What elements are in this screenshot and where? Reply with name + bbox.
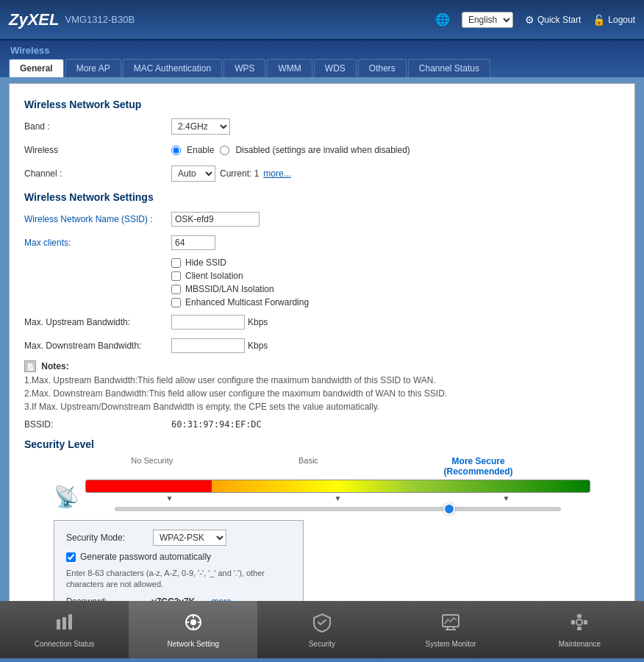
nav-network-setting[interactable]: Network Setting [129, 601, 257, 658]
note1: 1.Max. Upstream Bandwidth:This field all… [24, 374, 620, 387]
wireless-settings-title: Wireless Network Settings [24, 191, 620, 203]
security-mode-label: Security Mode: [66, 533, 147, 543]
gen-pw-label: Generate password automatically [80, 552, 211, 562]
logout-button[interactable]: 🔓 Logout [593, 14, 635, 26]
bottom-nav-items: Connection Status Network Setting [0, 601, 644, 658]
tab-others[interactable]: Others [358, 59, 407, 77]
tab-channel-status[interactable]: Channel Status [408, 59, 490, 77]
logout-icon: 🔓 [593, 14, 605, 26]
gear-icon: ⚙ [525, 14, 534, 26]
system-monitor-icon [440, 612, 461, 637]
svg-rect-13 [577, 614, 582, 618]
wireless-setup-title: Wireless Network Setup [24, 99, 620, 110]
tab-wds[interactable]: WDS [314, 59, 357, 77]
sec-label-more: More Secure (Recommended) [444, 456, 513, 477]
channel-more-link[interactable]: more... [263, 168, 290, 179]
quickstart-label: Quick Start [537, 15, 581, 25]
security-icon [312, 612, 332, 637]
logout-label: Logout [608, 15, 635, 25]
arrow3: ▼ [503, 494, 510, 502]
header-right: 🌐 English ⚙ Quick Start 🔓 Logout [435, 12, 635, 28]
svg-point-4 [190, 619, 196, 625]
arrow1: ▼ [166, 494, 173, 502]
nav-maintenance[interactable]: Maintenance [515, 601, 644, 658]
svg-rect-16 [584, 620, 587, 624]
gradient-bar [85, 480, 590, 493]
client-isolation-checkbox[interactable] [171, 271, 181, 281]
connection-status-icon [54, 612, 75, 637]
nav-system-monitor[interactable]: System Monitor [387, 601, 515, 658]
max-clients-input[interactable] [171, 235, 215, 250]
wireless-enable-radio[interactable] [171, 146, 181, 155]
tab-general[interactable]: General [9, 59, 64, 77]
content-wrapper: Wireless Network Setup Band : 2.4GHz 5GH… [0, 77, 644, 601]
quickstart-button[interactable]: ⚙ Quick Start [525, 14, 581, 26]
nav-bar: Wireless General More AP MAC Authenticat… [0, 40, 644, 77]
slider-thumb[interactable] [443, 503, 455, 515]
ssid-input[interactable] [171, 212, 260, 227]
wireless-title: Wireless [9, 45, 635, 56]
enhanced-multicast-row: Enhanced Multicast Forwarding [171, 297, 309, 307]
ssid-label: Wireless Network Name (SSID) : [24, 214, 171, 224]
bottom-nav: Connection Status Network Setting [0, 601, 644, 658]
svg-rect-14 [577, 627, 582, 630]
channel-row: Channel : Auto 123 Current: 1 more... [24, 165, 620, 182]
system-monitor-label: System Monitor [425, 640, 476, 648]
downstream-input[interactable] [171, 338, 245, 353]
note2: 2.Max. Downstream Bandwidth:This field a… [24, 387, 620, 400]
mbssid-row: MBSSID/LAN Isolation [171, 284, 309, 294]
network-setting-label: Network Setting [168, 640, 220, 648]
max-clients-row: Max clients: [24, 234, 620, 252]
wifi-icon: 📡 [54, 485, 79, 509]
security-popup: Security Mode: WPA2-PSK None WPA-PSK WEP… [54, 520, 304, 601]
gen-pw-row: Generate password automatically [66, 552, 291, 562]
tab-wmm[interactable]: WMM [267, 59, 312, 77]
wireless-disable-label: Disabled (settings are invalid when disa… [235, 145, 409, 155]
hide-ssid-label: Hide SSID [185, 257, 226, 268]
wireless-disable-radio[interactable] [220, 146, 229, 155]
tab-mac-authentication[interactable]: MAC Authentication [123, 59, 222, 77]
svg-rect-0 [57, 619, 60, 630]
mbssid-label: MBSSID/LAN Isolation [185, 284, 274, 294]
security-mode-select[interactable]: WPA2-PSK None WPA-PSK WEP [153, 530, 226, 546]
security-mode-row: Security Mode: WPA2-PSK None WPA-PSK WEP [66, 530, 291, 546]
security-bar-section: No Security Basic More Secure (Recommend… [24, 456, 620, 514]
bssid-label: BSSID: [24, 419, 171, 430]
language-select[interactable]: English [462, 12, 513, 28]
security-labels: No Security Basic More Secure (Recommend… [24, 456, 620, 477]
tab-bar: General More AP MAC Authentication WPS W… [9, 59, 635, 77]
maintenance-label: Maintenance [559, 640, 601, 648]
gen-pw-checkbox[interactable] [66, 552, 76, 562]
downstream-label: Max. Downstream Bandwidth: [24, 341, 171, 351]
enhanced-multicast-checkbox[interactable] [171, 298, 181, 307]
svg-rect-15 [571, 620, 575, 624]
nav-security[interactable]: Security [257, 601, 386, 658]
checkboxes-row: Hide SSID Client Isolation MBSSID/LAN Is… [24, 257, 620, 307]
bar-container: 📡 ▼ ▼ ▼ [24, 480, 620, 514]
bar-arrows: ▼ ▼ ▼ [85, 493, 590, 504]
channel-select[interactable]: Auto 123 [171, 166, 215, 182]
wireless-enable-label: Enable [187, 145, 214, 155]
tab-wps[interactable]: WPS [223, 59, 265, 77]
note3: 3.If Max. Upstream/Downstream Bandwidth … [24, 400, 620, 413]
channel-label: Channel : [24, 168, 171, 179]
max-clients-label: Max clients: [24, 238, 171, 248]
bssid-value: 60:31:97:94:EF:DC [171, 419, 262, 430]
bssid-row: BSSID: 60:31:97:94:EF:DC [24, 419, 620, 430]
slider-track [115, 507, 561, 511]
band-select[interactable]: 2.4GHz 5GHz [171, 118, 230, 135]
mbssid-checkbox[interactable] [171, 285, 181, 294]
svg-point-17 [576, 619, 582, 625]
upstream-input[interactable] [171, 315, 245, 330]
network-setting-icon [183, 612, 204, 637]
logo-zyxel: ZyXEL [9, 10, 59, 29]
sec-label-none: No Security [131, 456, 173, 477]
downstream-kbps: Kbps [248, 341, 268, 351]
maintenance-icon [569, 612, 590, 637]
svg-rect-2 [68, 614, 72, 630]
client-isolation-row: Client Isolation [171, 271, 309, 281]
wireless-row: Wireless Enable Disabled (settings are i… [24, 141, 620, 159]
tab-more-ap[interactable]: More AP [65, 59, 121, 77]
hide-ssid-checkbox[interactable] [171, 258, 181, 268]
nav-connection-status[interactable]: Connection Status [0, 601, 129, 658]
